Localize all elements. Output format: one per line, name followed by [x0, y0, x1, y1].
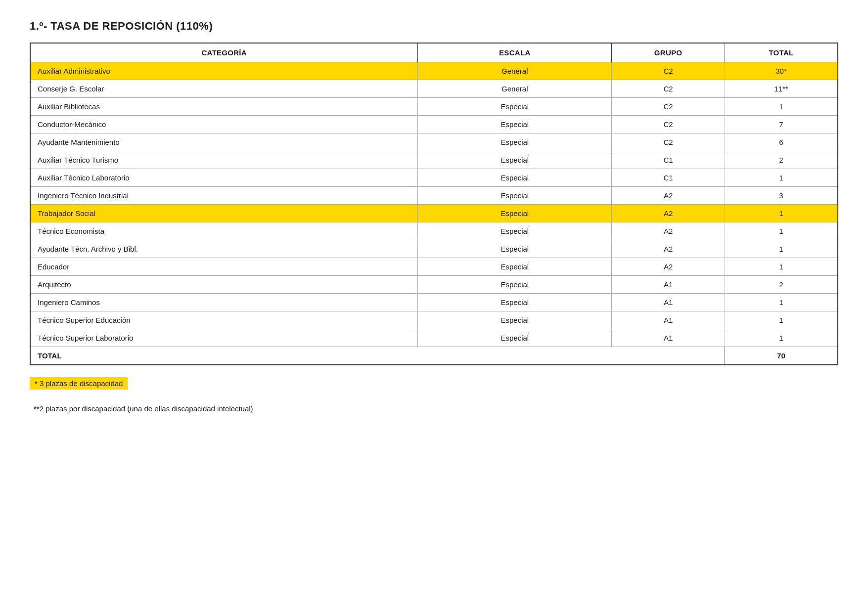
cell-total: 1: [725, 240, 838, 258]
cell-total: 2: [725, 151, 838, 169]
cell-categoria: Ingeniero Técnico Industrial: [30, 187, 418, 205]
cell-categoria: Técnico Superior Laboratorio: [30, 329, 418, 347]
cell-categoria: Educador: [30, 258, 418, 276]
cell-grupo: C1: [612, 151, 725, 169]
cell-escala: Especial: [418, 133, 612, 151]
cell-grupo: C2: [612, 98, 725, 116]
cell-escala: Especial: [418, 187, 612, 205]
header-categoria: CATEGORÍA: [30, 43, 418, 62]
cell-grupo: C2: [612, 62, 725, 80]
table-row: EducadorEspecialA21: [30, 258, 838, 276]
footnote-1: * 3 plazas de discapacidad: [30, 377, 128, 390]
total-label: TOTAL: [30, 347, 725, 365]
table-header-row: CATEGORÍA ESCALA GRUPO TOTAL: [30, 43, 838, 62]
cell-categoria: Arquitecto: [30, 276, 418, 294]
cell-categoria: Técnico Superior Educación: [30, 311, 418, 329]
cell-grupo: C1: [612, 169, 725, 187]
header-grupo: GRUPO: [612, 43, 725, 62]
table-row: Técnico Superior LaboratorioEspecialA11: [30, 329, 838, 347]
cell-grupo: A2: [612, 187, 725, 205]
cell-escala: Especial: [418, 116, 612, 133]
cell-categoria: Auxiliar Técnico Turismo: [30, 151, 418, 169]
cell-categoria: Auxiliar Bibliotecas: [30, 98, 418, 116]
cell-total: 1: [725, 205, 838, 222]
cell-total: 1: [725, 98, 838, 116]
cell-grupo: A2: [612, 222, 725, 240]
table-row: Ayudante MantenimientoEspecialC26: [30, 133, 838, 151]
cell-escala: Especial: [418, 329, 612, 347]
cell-total: 1: [725, 294, 838, 311]
cell-escala: Especial: [418, 222, 612, 240]
footer-section: * 3 plazas de discapacidad **2 plazas po…: [30, 377, 838, 413]
cell-total: 1: [725, 169, 838, 187]
total-value: 70: [725, 347, 838, 365]
table-row: Conserje G. EscolarGeneralC211**: [30, 80, 838, 98]
total-row: TOTAL70: [30, 347, 838, 365]
cell-total: 3: [725, 187, 838, 205]
cell-categoria: Auxiliar Administrativo: [30, 62, 418, 80]
cell-categoria: Ayudante Técn. Archivo y Bibl.: [30, 240, 418, 258]
cell-grupo: A2: [612, 240, 725, 258]
table-row: Auxiliar BibliotecasEspecialC21: [30, 98, 838, 116]
table-row: Ayudante Técn. Archivo y Bibl.EspecialA2…: [30, 240, 838, 258]
cell-total: 6: [725, 133, 838, 151]
table-row: Técnico EconomistaEspecialA21: [30, 222, 838, 240]
cell-grupo: C2: [612, 133, 725, 151]
table-row: Técnico Superior EducaciónEspecialA11: [30, 311, 838, 329]
cell-total: 1: [725, 222, 838, 240]
table-row: Ingeniero CaminosEspecialA11: [30, 294, 838, 311]
cell-grupo: C2: [612, 116, 725, 133]
footnote-2: **2 plazas por discapacidad (una de ella…: [34, 404, 253, 413]
cell-escala: Especial: [418, 311, 612, 329]
cell-total: 1: [725, 329, 838, 347]
cell-escala: Especial: [418, 205, 612, 222]
cell-escala: Especial: [418, 240, 612, 258]
cell-escala: Especial: [418, 276, 612, 294]
header-total: TOTAL: [725, 43, 838, 62]
table-row: Auxiliar Técnico TurismoEspecialC12: [30, 151, 838, 169]
cell-escala: Especial: [418, 169, 612, 187]
cell-grupo: C2: [612, 80, 725, 98]
cell-grupo: A1: [612, 311, 725, 329]
main-table: CATEGORÍA ESCALA GRUPO TOTAL Auxiliar Ad…: [30, 43, 838, 365]
cell-categoria: Trabajador Social: [30, 205, 418, 222]
cell-total: 1: [725, 311, 838, 329]
cell-escala: General: [418, 62, 612, 80]
table-row: ArquitectoEspecialA12: [30, 276, 838, 294]
cell-escala: Especial: [418, 98, 612, 116]
cell-total: 1: [725, 258, 838, 276]
cell-grupo: A1: [612, 329, 725, 347]
cell-total: 7: [725, 116, 838, 133]
cell-escala: Especial: [418, 258, 612, 276]
header-escala: ESCALA: [418, 43, 612, 62]
cell-grupo: A2: [612, 258, 725, 276]
table-row: Ingeniero Técnico IndustrialEspecialA23: [30, 187, 838, 205]
table-row: Auxiliar AdministrativoGeneralC230*: [30, 62, 838, 80]
table-row: Conductor-MecánicoEspecialC27: [30, 116, 838, 133]
cell-categoria: Técnico Economista: [30, 222, 418, 240]
cell-escala: General: [418, 80, 612, 98]
cell-total: 30*: [725, 62, 838, 80]
cell-grupo: A1: [612, 276, 725, 294]
cell-categoria: Ayudante Mantenimiento: [30, 133, 418, 151]
cell-categoria: Conserje G. Escolar: [30, 80, 418, 98]
cell-total: 11**: [725, 80, 838, 98]
page-title: 1.º- TASA DE REPOSICIÓN (110%): [30, 20, 838, 33]
table-row: Auxiliar Técnico LaboratorioEspecialC11: [30, 169, 838, 187]
cell-grupo: A2: [612, 205, 725, 222]
cell-escala: Especial: [418, 151, 612, 169]
cell-categoria: Conductor-Mecánico: [30, 116, 418, 133]
cell-escala: Especial: [418, 294, 612, 311]
cell-grupo: A1: [612, 294, 725, 311]
cell-categoria: Auxiliar Técnico Laboratorio: [30, 169, 418, 187]
cell-categoria: Ingeniero Caminos: [30, 294, 418, 311]
table-row: Trabajador SocialEspecialA21: [30, 205, 838, 222]
cell-total: 2: [725, 276, 838, 294]
